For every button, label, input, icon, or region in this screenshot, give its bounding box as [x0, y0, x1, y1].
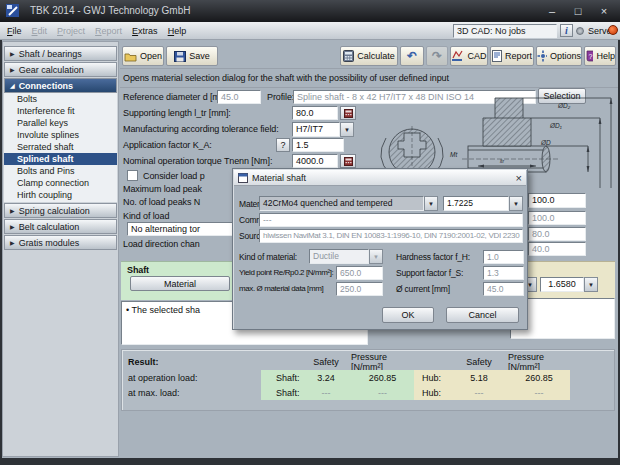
sidebar-item-serrated-shaft[interactable]: Serrated shaft [4, 141, 117, 153]
app-icon [6, 4, 19, 17]
hardness-factor-field: 1.0 [483, 250, 524, 264]
hub-cell-label: Hub: [414, 370, 450, 385]
nominal-torque-field[interactable]: 4000.0 [292, 154, 338, 168]
maximize-button[interactable]: □ [565, 0, 591, 22]
results-table: Result: Safety Pressure [N/mm²] Safety P… [128, 354, 570, 400]
undo-button[interactable]: ↶ [400, 46, 424, 66]
safety-column-header: Safety [301, 354, 351, 370]
cad-status-icon [576, 27, 584, 35]
current-diameter-field: 45.0 [483, 282, 524, 296]
report-button[interactable]: Report [490, 46, 534, 66]
shaft-safety-value: 3.24 [301, 370, 351, 385]
reference-diameter-field: 45.0 [217, 90, 261, 104]
dialog-title: Material shaft [252, 173, 512, 183]
material-number-dropdown[interactable]: 1.7225 ▼ [443, 196, 523, 211]
menu-report: Report [90, 26, 127, 36]
sidebar-item-involute-splines[interactable]: Involute splines [4, 129, 117, 141]
sidebar-item-spring-calculation[interactable]: ▶Spring calculation [4, 203, 117, 218]
redo-button[interactable]: ↷ [426, 46, 448, 66]
open-button[interactable]: Open [122, 46, 164, 66]
svg-text:?: ? [589, 53, 593, 60]
cad-status-field: 3D CAD: No jobs [453, 24, 557, 38]
kind-of-material-dropdown: Ductile ▼ [309, 249, 383, 264]
load-spectrum-field-1: 100.0 [528, 211, 586, 225]
sidebar-item-bolts-and-pins[interactable]: Bolts and Pins [4, 165, 117, 177]
kind-of-load-dropdown[interactable]: No alternating tor [127, 222, 245, 236]
dialog-title-bar: Material shaft × [234, 170, 526, 186]
sidebar-item-splined-shaft[interactable]: Splined shaft [4, 153, 117, 165]
shaft-pressure-value: --- [351, 385, 414, 400]
save-button[interactable]: Save [166, 46, 218, 66]
menu-help[interactable]: Help [163, 26, 192, 36]
tolerance-field-dropdown[interactable]: H7/IT7 ▼ [292, 122, 354, 137]
no-load-peaks-field[interactable]: 100.0 [528, 193, 586, 208]
status-hint-text: Opens material selection dialog for the … [123, 73, 449, 83]
supporting-length-field[interactable]: 80.0 [292, 106, 338, 120]
menu-extras[interactable]: Extras [127, 26, 163, 36]
menu-project: Project [52, 26, 90, 36]
window-bottom-edge [0, 458, 620, 465]
dialog-close-icon[interactable]: × [516, 173, 522, 183]
sidebar-item-gear-calculation[interactable]: ▶Gear calculation [4, 62, 117, 77]
shaft-cell-label: Shaft: [261, 370, 301, 385]
support-factor-label: Support factor f_S: [396, 268, 463, 278]
options-button[interactable]: Options [536, 46, 582, 66]
kind-of-load-label: Kind of load [123, 211, 169, 221]
report-document-icon [492, 50, 502, 62]
application-factor-field[interactable]: 1.5 [292, 138, 344, 152]
mini-calculator-icon [344, 109, 353, 118]
hub-safety-value: --- [450, 385, 508, 400]
dim-label-ltr: ltr [500, 158, 505, 164]
hub-pressure-value: 260.85 [508, 370, 570, 385]
close-button[interactable]: × [591, 0, 617, 22]
menu-edit: Edit [27, 26, 53, 36]
sidebar-item-gratis-modules[interactable]: ▶Gratis modules [4, 235, 117, 250]
dim-label-D2: ØD₂ [557, 102, 571, 109]
info-button[interactable]: i [560, 24, 573, 37]
floppy-icon [174, 51, 186, 62]
sidebar: ▶Shaft / bearings ▶Gear calculation ◢Con… [2, 41, 119, 457]
material-name-dropdown[interactable]: 42CrMo4 quenched and tempered ▼ [259, 196, 438, 211]
shaft-material-button[interactable]: Material [130, 276, 230, 291]
cad-button[interactable]: CAD [450, 46, 488, 66]
chevron-down-icon: ▼ [369, 249, 383, 264]
sidebar-item-parallel-keys[interactable]: Parallel keys [4, 117, 117, 129]
menu-file[interactable]: File [2, 26, 27, 36]
supporting-length-calc-button[interactable] [340, 106, 356, 120]
sidebar-item-shaft-bearings[interactable]: ▶Shaft / bearings [4, 46, 117, 61]
safety-column-header: Safety [450, 354, 508, 370]
load-spectrum-field-2: 80.0 [528, 227, 586, 241]
help-button[interactable]: ? Help [584, 46, 616, 66]
profile-label: Profile: [267, 92, 294, 102]
chevron-right-icon: ▶ [10, 207, 15, 214]
calculate-button[interactable]: Calculate [340, 46, 398, 66]
sidebar-item-connections[interactable]: ◢Connections [4, 78, 117, 93]
open-folder-icon [124, 51, 137, 62]
consider-load-peaks-checkbox[interactable] [127, 170, 138, 181]
nominal-torque-calc-button[interactable] [340, 154, 356, 168]
sidebar-item-hirth-coupling[interactable]: Hirth coupling [4, 189, 117, 201]
shaft-cell-label: Shaft: [261, 385, 301, 400]
minimize-button[interactable]: – [539, 0, 565, 22]
sidebar-item-interference-fit[interactable]: Interference fit [4, 105, 117, 117]
options-gear-icon [537, 50, 547, 62]
current-diameter-label: Ø current [mm] [396, 284, 450, 294]
sidebar-item-clamp-connection[interactable]: Clamp connection [4, 177, 117, 189]
nominal-torque-label: Nominal operation torque Tnenn [Nm]: [123, 156, 272, 166]
sidebar-item-belt-calculation[interactable]: ▶Belt calculation [4, 219, 117, 234]
hub-material-number-dropdown[interactable]: 1.6580 ▼ [540, 277, 598, 292]
ok-button[interactable]: OK [382, 307, 434, 323]
max-diameter-label: max. Ø material data [mm] [239, 284, 323, 293]
mini-calculator-icon [344, 157, 353, 166]
title-bar: TBK 2014 - GWJ Technology GmbH – □ × [0, 0, 620, 22]
yield-point-field: 650.0 [336, 266, 383, 280]
server-status-icon [608, 25, 618, 35]
sidebar-item-bolts[interactable]: Bolts [4, 93, 117, 105]
chevron-right-icon: ▶ [10, 66, 15, 73]
calculator-icon [343, 50, 354, 62]
cancel-button[interactable]: Cancel [446, 307, 519, 323]
app-window: TBK 2014 - GWJ Technology GmbH – □ × Fil… [0, 0, 620, 465]
application-factor-help-button[interactable]: ? [276, 138, 290, 152]
hardness-factor-label: Hardness factor f_H: [396, 252, 470, 262]
comment-field[interactable]: --- [259, 213, 523, 227]
